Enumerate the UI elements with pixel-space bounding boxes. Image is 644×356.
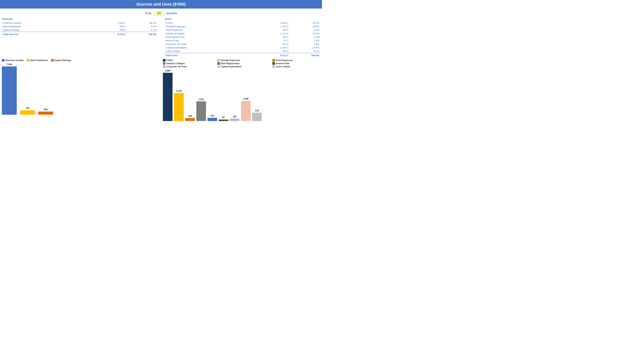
legend-item: Cash in Bank [272,65,320,68]
legend-label: Variable Expenses [221,59,240,62]
sources-section: Sources Revenue receipts 7,544.1 86.3%De… [0,17,161,57]
legend-label: Interest Paid [276,62,289,65]
row-value: 1,250.0 [258,46,289,49]
row-label: COGS [165,21,258,25]
bar [241,101,250,121]
uses-section: Uses COGS 2,980.2 35.9%Variable Expenses… [161,17,322,57]
row-label: Capital Expenditure [165,46,258,49]
bar [38,112,53,115]
table-row: Corporate Tax Paid 152.4 1.8% [165,42,320,46]
bar-group: 1,211 [196,98,206,121]
bar-label: 500 [44,108,48,111]
table-row: Debt Repayments 197.3 2.4% [165,35,320,39]
table-row: Salaries & Wages 1,211.5 14.6% [165,32,320,35]
legend-label: Capital Expenditure [221,65,242,68]
row-label: Salaries & Wages [165,32,258,35]
bar-group: 2,980 [163,69,172,121]
uses-table: COGS 2,980.2 35.9%Variable Expenses 1,72… [165,21,320,57]
legend-label: Equity Raisings [54,59,71,62]
months-row: First months [0,8,322,17]
legend-color-box [272,59,275,62]
uses-title: Uses [165,17,320,20]
bar-label: 700 [26,107,29,110]
legend-label: COGS [166,59,173,62]
uses-total-value: 8,312.3 [258,53,289,57]
bar-group: 184 [185,115,195,121]
bar-group: 152 [230,115,240,121]
row-pct: 2.2% [289,28,320,32]
row-value: 514.4 [258,49,289,53]
row-pct: 35.9% [289,21,320,25]
legend-item: Capital Expenditure [217,65,269,68]
bar-group: 1,725 [174,90,184,121]
bar-group: 700 [20,107,35,115]
row-value: 152.4 [258,42,289,46]
row-label: Equity Raisings [2,28,95,32]
row-label: Debt Repayments [165,35,258,39]
legend-label: Debt Drawdowns [30,59,48,62]
row-pct: 6.2% [289,49,320,53]
row-value: 1,725.5 [258,25,289,28]
sources-title: Sources [2,17,157,20]
row-value: 97.3 [258,39,289,42]
bar-label: 2,980 [165,69,170,72]
bar-group: 514 [252,109,262,121]
page-title: Sources and Uses ($'000) [0,0,322,8]
uses-bar-chart: 2,980 1,725 184 1,211 197 97 152 1,250 5… [163,69,320,121]
sources-total-value: 8,744.1 [95,32,126,36]
legend-color-box [272,65,275,68]
row-value: 700.0 [95,25,126,28]
table-row: Cash in Bank 514.4 6.2% [165,49,320,53]
sources-total-label: Total Sources [2,32,95,36]
legend-color-box [163,59,166,62]
row-pct: 20.8% [289,25,320,28]
bar-label: 184 [188,115,192,117]
row-label: Variable Expenses [165,25,258,28]
row-pct: 1.8% [289,42,320,46]
row-value: 2,980.2 [258,21,289,25]
row-value: 197.3 [258,35,289,39]
bar-group: 500 [38,108,53,115]
sources-legend: Revenue receipts Debt Drawdowns Equity R… [2,59,159,62]
legend-item: Debt Repayments [217,62,269,65]
legend-label: Salaries & Wages [166,62,185,65]
table-row: Capital Expenditure 1,250.0 15.0% [165,46,320,49]
table-row: Equity Raisings 500.0 5.7% [2,28,157,32]
uses-total-pct: 100.0% [289,53,320,57]
row-pct: 1.2% [289,39,320,42]
legend-item: Variable Expenses [217,59,269,62]
legend-label: Corporate Tax Paid [166,65,186,68]
bar [196,101,206,121]
row-value: 7,544.1 [95,21,126,25]
sources-table: Revenue receipts 7,544.1 86.3%Debt Drawd… [2,21,157,36]
legend-item: Corporate Tax Paid [163,65,214,68]
table-row: Fixed Expenses 183.9 2.2% [165,28,320,32]
first-label: First [145,12,152,15]
bar [219,120,228,121]
table-row: Interest Paid 97.3 1.2% [165,39,320,42]
row-pct: 14.6% [289,32,320,35]
bar-label: 1,211 [198,98,204,101]
bar-label: 197 [210,115,214,117]
bar-label: 152 [233,115,236,118]
sources-bar-chart: 7,544 700 500 [2,63,159,115]
row-label: Revenue receipts [2,21,95,25]
row-label: Debt Drawdowns [2,25,95,28]
bar [185,118,195,121]
legend-color-box [51,59,54,62]
legend-label: Debt Repayments [221,62,240,65]
row-label: Fixed Expenses [165,28,258,32]
bar-group: 1,250 [241,97,250,121]
bar [20,110,35,115]
bar-label: 1,250 [243,97,248,100]
legend-color-box [217,59,220,62]
row-value: 183.9 [258,28,289,32]
bar [174,93,184,121]
months-input[interactable] [153,11,164,16]
table-row: Debt Drawdowns 700.0 8.0% [2,25,157,28]
sources-total-pct: 100.0% [126,32,157,36]
legend-color-box [217,65,220,68]
legend-item: COGS [163,59,214,62]
row-label: Interest Paid [165,39,258,42]
bar-label: 514 [255,109,259,112]
